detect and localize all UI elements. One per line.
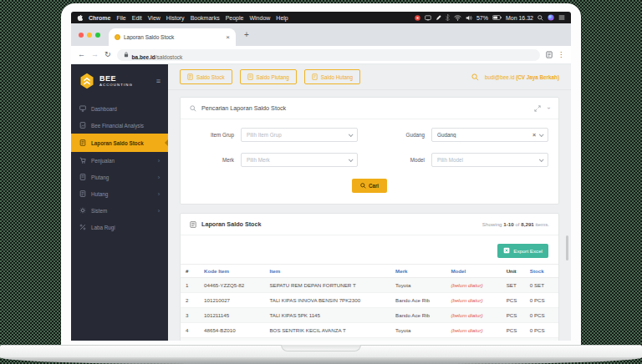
back-button[interactable]: ← [78, 51, 85, 58]
tab-favicon [115, 34, 120, 40]
forward-button[interactable]: → [91, 51, 99, 58]
sidebar-item-label: Piutang [91, 174, 109, 180]
menu-view[interactable]: View [148, 15, 160, 21]
sidebar-toggle-icon[interactable]: ≡ [156, 77, 160, 85]
search-panel-header[interactable]: Pencarian Laporan Saldo Stock › [181, 98, 558, 119]
chevron-right-icon: › [158, 191, 160, 197]
table-row[interactable]: 548815BZ010K KARET STABIL BELAH AVANZATo… [181, 337, 558, 341]
mac-menu-bar: Chrome File Edit View History Bookmarks … [71, 12, 571, 23]
menu-edit[interactable]: Edit [132, 15, 142, 21]
volume-icon[interactable] [466, 15, 472, 21]
menu-chrome[interactable]: Chrome [89, 15, 110, 21]
notification-center-icon[interactable] [558, 15, 565, 20]
sidebar-item-bee-financial-analysis[interactable]: Bee Financial Analysis [71, 117, 168, 134]
merk-select[interactable]: Pilih Merk [241, 153, 358, 167]
table-row[interactable]: 3101211145 TALI KIPAS 5PK 1145Bando Ace … [181, 307, 558, 322]
showing-summary: Showing 1-10 of 8,291 items. [482, 221, 549, 227]
wifi-icon[interactable] [454, 15, 461, 21]
report-panel-header: Laporan Saldo Stock Showing 1-10 of 8,29… [181, 214, 558, 235]
gudang-select[interactable]: Gudang × [431, 128, 548, 142]
red-app-icon[interactable] [415, 15, 420, 21]
browser-menu-icon[interactable]: ⋮ [558, 51, 564, 58]
sidebar-item-penjualan[interactable]: Penjualan › [71, 152, 168, 169]
chevron-right-icon: › [158, 174, 160, 180]
minimize-window-button[interactable] [87, 33, 92, 38]
brand[interactable]: BEE ACCOUNTING ≡ [71, 64, 168, 100]
laptop-base-bottom [0, 357, 642, 364]
sidebar-item-sistem[interactable]: Sistem › [71, 202, 168, 219]
main-content: Saldo Stock Saldo Piutang Saldo Hutang [168, 64, 571, 341]
col-kode-item[interactable]: Kode Item [199, 264, 264, 277]
model-select[interactable]: Pilih Model [431, 153, 548, 167]
window-controls [79, 33, 100, 38]
table-row[interactable]: 448654-BZ010 BOS SENTRIK KECIL AVANZA TT… [181, 322, 558, 337]
sidebar-item-piutang[interactable]: Piutang › [71, 169, 168, 185]
brand-name: BEE [99, 75, 133, 83]
sidebar-item-label: Penjualan [91, 158, 115, 164]
menu-window[interactable]: Window [249, 15, 270, 21]
collapse-chevron-icon[interactable]: › [544, 107, 552, 109]
stock-doc-icon [187, 73, 193, 80]
col-merk[interactable]: Merk [390, 264, 446, 277]
pen-icon[interactable] [436, 15, 441, 21]
sidebar-item-laporan-saldo-stock[interactable]: Laporan Saldo Stock [71, 134, 168, 152]
apple-icon[interactable] [77, 14, 83, 21]
reload-button[interactable]: ↻ [104, 51, 111, 58]
sidebar-item-label: Dashboard [91, 106, 117, 112]
sidebar-item-label: Bee Financial Analysis [91, 123, 144, 129]
new-tab-button[interactable]: + [244, 30, 249, 39]
display-icon[interactable] [425, 15, 431, 21]
col-item[interactable]: Item [264, 264, 390, 277]
global-search-icon[interactable] [471, 73, 479, 81]
sidebar-item-dashboard[interactable]: Dashboard [71, 100, 168, 117]
sidebar-item-hutang[interactable]: Hutang › [71, 185, 168, 202]
close-window-button[interactable] [79, 33, 84, 38]
menu-bookmarks[interactable]: Bookmarks [191, 15, 220, 21]
menu-people[interactable]: People [226, 15, 244, 21]
user-account-label[interactable]: budi@bee.id (CV Jaya Berkah) [485, 74, 559, 80]
tab-close-icon[interactable]: × [226, 33, 230, 41]
search-icon [190, 105, 196, 112]
sidebar-item-label: Laba Rugi [91, 225, 115, 230]
col-stock[interactable]: Stock [525, 264, 558, 277]
zoom-window-button[interactable] [95, 33, 100, 38]
chevron-down-icon [539, 132, 544, 137]
menu-history[interactable]: History [166, 15, 185, 21]
list-icon [190, 221, 196, 228]
saldo-piutang-button[interactable]: Saldo Piutang [240, 69, 297, 84]
address-bar[interactable]: ba.bee.id/saldostock [117, 49, 540, 61]
menu-clock[interactable]: Mon 16.32 [506, 15, 533, 21]
merk-field: Merk Pilih Merk [191, 153, 358, 167]
sidebar-item-laba-rugi[interactable]: Laba Rugi [71, 219, 168, 235]
bookmarks-panel-icon[interactable] [546, 51, 553, 58]
table-row[interactable]: 104465-YZZQ5-82 SEPATU REM DEPAN FORTUNE… [181, 277, 558, 292]
menu-help[interactable]: Help [276, 15, 288, 21]
saldo-hutang-button[interactable]: Saldo Hutang [304, 69, 360, 84]
siri-icon[interactable] [548, 14, 554, 21]
report-panel-title: Laporan Saldo Stock [201, 220, 262, 228]
bee-logo-icon [79, 73, 95, 89]
profit-loss-icon [79, 224, 86, 230]
battery-icon[interactable] [492, 15, 502, 20]
saldo-stock-button[interactable]: Saldo Stock [180, 69, 232, 84]
scrollbar-thumb[interactable] [566, 235, 568, 260]
analysis-icon [79, 122, 86, 129]
gudang-label: Gudang [381, 132, 425, 138]
browser-tab-strip: Laporan Saldo Stock × + [71, 23, 571, 46]
browser-toolbar: ← → ↻ ba.bee.id/saldostock ⋮ [71, 46, 571, 64]
spotlight-search-icon[interactable] [538, 15, 543, 21]
cari-button[interactable]: Cari [352, 179, 387, 193]
bluetooth-icon[interactable] [446, 14, 450, 21]
settings-gear-icon [79, 207, 86, 214]
clear-selection-icon[interactable]: × [532, 132, 536, 138]
col-unit: Unit [502, 264, 525, 277]
export-excel-button[interactable]: Export Excel [497, 244, 548, 258]
item-grup-select[interactable]: Pilih Item Grup [241, 128, 358, 142]
chevron-right-icon: › [158, 208, 160, 214]
table-row[interactable]: 2101210027 TALI KIPAS INNOVA BENSIN 7PK2… [181, 292, 558, 307]
browser-tab[interactable]: Laporan Saldo Stock × [109, 28, 236, 46]
col-model[interactable]: Model [446, 264, 501, 277]
sidebar-item-label: Laporan Saldo Stock [91, 140, 144, 146]
menu-file[interactable]: File [116, 15, 125, 21]
expand-icon[interactable] [534, 105, 541, 112]
